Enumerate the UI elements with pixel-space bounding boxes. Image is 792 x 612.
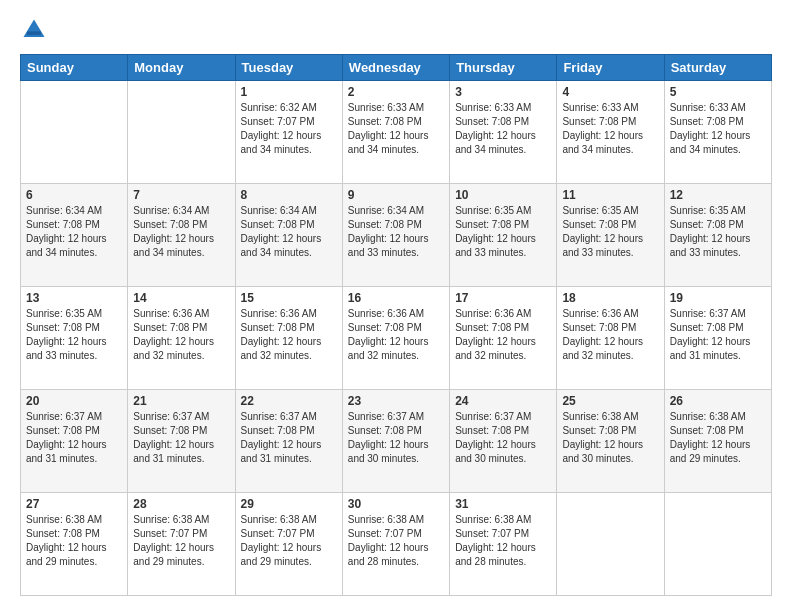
calendar-cell: 28Sunrise: 6:38 AM Sunset: 7:07 PM Dayli…	[128, 493, 235, 596]
day-info: Sunrise: 6:34 AM Sunset: 7:08 PM Dayligh…	[26, 204, 122, 260]
calendar-day-header: Friday	[557, 55, 664, 81]
day-number: 29	[241, 497, 337, 511]
calendar-cell: 25Sunrise: 6:38 AM Sunset: 7:08 PM Dayli…	[557, 390, 664, 493]
calendar-cell: 7Sunrise: 6:34 AM Sunset: 7:08 PM Daylig…	[128, 184, 235, 287]
day-info: Sunrise: 6:38 AM Sunset: 7:08 PM Dayligh…	[26, 513, 122, 569]
calendar-cell: 12Sunrise: 6:35 AM Sunset: 7:08 PM Dayli…	[664, 184, 771, 287]
calendar-cell: 17Sunrise: 6:36 AM Sunset: 7:08 PM Dayli…	[450, 287, 557, 390]
calendar-cell: 18Sunrise: 6:36 AM Sunset: 7:08 PM Dayli…	[557, 287, 664, 390]
calendar-cell: 20Sunrise: 6:37 AM Sunset: 7:08 PM Dayli…	[21, 390, 128, 493]
day-number: 9	[348, 188, 444, 202]
day-number: 3	[455, 85, 551, 99]
calendar-cell: 22Sunrise: 6:37 AM Sunset: 7:08 PM Dayli…	[235, 390, 342, 493]
day-info: Sunrise: 6:37 AM Sunset: 7:08 PM Dayligh…	[241, 410, 337, 466]
day-number: 23	[348, 394, 444, 408]
day-number: 22	[241, 394, 337, 408]
day-number: 7	[133, 188, 229, 202]
day-info: Sunrise: 6:38 AM Sunset: 7:07 PM Dayligh…	[133, 513, 229, 569]
day-number: 15	[241, 291, 337, 305]
calendar-day-header: Sunday	[21, 55, 128, 81]
calendar-cell: 30Sunrise: 6:38 AM Sunset: 7:07 PM Dayli…	[342, 493, 449, 596]
calendar-day-header: Wednesday	[342, 55, 449, 81]
day-info: Sunrise: 6:36 AM Sunset: 7:08 PM Dayligh…	[241, 307, 337, 363]
calendar-header-row: SundayMondayTuesdayWednesdayThursdayFrid…	[21, 55, 772, 81]
day-info: Sunrise: 6:37 AM Sunset: 7:08 PM Dayligh…	[455, 410, 551, 466]
calendar-cell: 14Sunrise: 6:36 AM Sunset: 7:08 PM Dayli…	[128, 287, 235, 390]
day-number: 25	[562, 394, 658, 408]
day-number: 12	[670, 188, 766, 202]
day-number: 8	[241, 188, 337, 202]
day-info: Sunrise: 6:34 AM Sunset: 7:08 PM Dayligh…	[133, 204, 229, 260]
day-number: 28	[133, 497, 229, 511]
calendar-cell: 4Sunrise: 6:33 AM Sunset: 7:08 PM Daylig…	[557, 81, 664, 184]
day-info: Sunrise: 6:33 AM Sunset: 7:08 PM Dayligh…	[670, 101, 766, 157]
day-info: Sunrise: 6:38 AM Sunset: 7:07 PM Dayligh…	[241, 513, 337, 569]
calendar-cell: 15Sunrise: 6:36 AM Sunset: 7:08 PM Dayli…	[235, 287, 342, 390]
calendar-week-row: 27Sunrise: 6:38 AM Sunset: 7:08 PM Dayli…	[21, 493, 772, 596]
day-info: Sunrise: 6:38 AM Sunset: 7:08 PM Dayligh…	[562, 410, 658, 466]
calendar-cell: 16Sunrise: 6:36 AM Sunset: 7:08 PM Dayli…	[342, 287, 449, 390]
calendar-cell: 26Sunrise: 6:38 AM Sunset: 7:08 PM Dayli…	[664, 390, 771, 493]
day-info: Sunrise: 6:35 AM Sunset: 7:08 PM Dayligh…	[562, 204, 658, 260]
day-number: 13	[26, 291, 122, 305]
calendar-cell	[557, 493, 664, 596]
day-number: 21	[133, 394, 229, 408]
calendar-cell: 27Sunrise: 6:38 AM Sunset: 7:08 PM Dayli…	[21, 493, 128, 596]
calendar-cell: 2Sunrise: 6:33 AM Sunset: 7:08 PM Daylig…	[342, 81, 449, 184]
day-info: Sunrise: 6:34 AM Sunset: 7:08 PM Dayligh…	[348, 204, 444, 260]
calendar-week-row: 13Sunrise: 6:35 AM Sunset: 7:08 PM Dayli…	[21, 287, 772, 390]
day-info: Sunrise: 6:37 AM Sunset: 7:08 PM Dayligh…	[670, 307, 766, 363]
day-number: 14	[133, 291, 229, 305]
day-number: 1	[241, 85, 337, 99]
calendar-cell: 23Sunrise: 6:37 AM Sunset: 7:08 PM Dayli…	[342, 390, 449, 493]
day-info: Sunrise: 6:37 AM Sunset: 7:08 PM Dayligh…	[26, 410, 122, 466]
day-info: Sunrise: 6:38 AM Sunset: 7:08 PM Dayligh…	[670, 410, 766, 466]
day-number: 11	[562, 188, 658, 202]
calendar-week-row: 1Sunrise: 6:32 AM Sunset: 7:07 PM Daylig…	[21, 81, 772, 184]
day-info: Sunrise: 6:35 AM Sunset: 7:08 PM Dayligh…	[455, 204, 551, 260]
calendar-cell	[128, 81, 235, 184]
svg-rect-1	[27, 31, 41, 35]
day-info: Sunrise: 6:36 AM Sunset: 7:08 PM Dayligh…	[133, 307, 229, 363]
day-number: 5	[670, 85, 766, 99]
calendar-cell: 11Sunrise: 6:35 AM Sunset: 7:08 PM Dayli…	[557, 184, 664, 287]
day-number: 6	[26, 188, 122, 202]
calendar-cell	[21, 81, 128, 184]
calendar-week-row: 20Sunrise: 6:37 AM Sunset: 7:08 PM Dayli…	[21, 390, 772, 493]
day-info: Sunrise: 6:35 AM Sunset: 7:08 PM Dayligh…	[670, 204, 766, 260]
calendar-cell: 10Sunrise: 6:35 AM Sunset: 7:08 PM Dayli…	[450, 184, 557, 287]
day-number: 18	[562, 291, 658, 305]
day-number: 17	[455, 291, 551, 305]
day-info: Sunrise: 6:33 AM Sunset: 7:08 PM Dayligh…	[562, 101, 658, 157]
day-info: Sunrise: 6:36 AM Sunset: 7:08 PM Dayligh…	[348, 307, 444, 363]
day-number: 31	[455, 497, 551, 511]
calendar-week-row: 6Sunrise: 6:34 AM Sunset: 7:08 PM Daylig…	[21, 184, 772, 287]
calendar-cell: 29Sunrise: 6:38 AM Sunset: 7:07 PM Dayli…	[235, 493, 342, 596]
day-number: 27	[26, 497, 122, 511]
day-number: 2	[348, 85, 444, 99]
header	[20, 16, 772, 44]
day-info: Sunrise: 6:33 AM Sunset: 7:08 PM Dayligh…	[455, 101, 551, 157]
day-info: Sunrise: 6:38 AM Sunset: 7:07 PM Dayligh…	[455, 513, 551, 569]
day-number: 16	[348, 291, 444, 305]
day-info: Sunrise: 6:32 AM Sunset: 7:07 PM Dayligh…	[241, 101, 337, 157]
day-info: Sunrise: 6:35 AM Sunset: 7:08 PM Dayligh…	[26, 307, 122, 363]
calendar-cell: 21Sunrise: 6:37 AM Sunset: 7:08 PM Dayli…	[128, 390, 235, 493]
calendar-cell: 31Sunrise: 6:38 AM Sunset: 7:07 PM Dayli…	[450, 493, 557, 596]
day-number: 4	[562, 85, 658, 99]
calendar-day-header: Monday	[128, 55, 235, 81]
logo-icon	[20, 16, 48, 44]
day-info: Sunrise: 6:33 AM Sunset: 7:08 PM Dayligh…	[348, 101, 444, 157]
day-number: 24	[455, 394, 551, 408]
day-number: 30	[348, 497, 444, 511]
day-info: Sunrise: 6:36 AM Sunset: 7:08 PM Dayligh…	[562, 307, 658, 363]
day-number: 19	[670, 291, 766, 305]
calendar-cell: 13Sunrise: 6:35 AM Sunset: 7:08 PM Dayli…	[21, 287, 128, 390]
calendar-cell: 24Sunrise: 6:37 AM Sunset: 7:08 PM Dayli…	[450, 390, 557, 493]
logo	[20, 16, 52, 44]
day-info: Sunrise: 6:38 AM Sunset: 7:07 PM Dayligh…	[348, 513, 444, 569]
calendar-cell: 6Sunrise: 6:34 AM Sunset: 7:08 PM Daylig…	[21, 184, 128, 287]
day-number: 20	[26, 394, 122, 408]
calendar-table: SundayMondayTuesdayWednesdayThursdayFrid…	[20, 54, 772, 596]
day-info: Sunrise: 6:34 AM Sunset: 7:08 PM Dayligh…	[241, 204, 337, 260]
